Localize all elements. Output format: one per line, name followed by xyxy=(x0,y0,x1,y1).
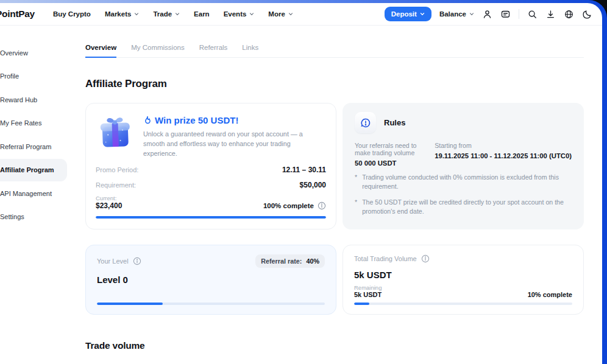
current-label: Current: xyxy=(96,195,122,201)
rules-period-value: 19.11.2025 11:00 - 11.12.2025 11:00 (UTC… xyxy=(435,152,572,159)
volume-progress-bar xyxy=(354,303,572,305)
rules-volume-col: Your referrals need to make trading volu… xyxy=(355,142,419,167)
promo-card: Win prize 50 USDT! Unlock a guaranteed r… xyxy=(85,103,336,229)
requirement-value: $50,000 xyxy=(300,181,326,189)
promo-head-text: Win prize 50 USDT! Unlock a guaranteed r… xyxy=(143,111,326,159)
main-content: Overview My Commissions Referrals Links … xyxy=(85,26,584,364)
current-row: Current: $23,400 100% complete xyxy=(96,195,326,210)
rules-volume-value: 50 000 USDT xyxy=(355,159,419,167)
sidebar-item-affiliate-program[interactable]: Affiliate Program xyxy=(0,159,67,181)
nav-item-trade[interactable]: Trade xyxy=(153,10,180,18)
info-icon[interactable] xyxy=(133,257,141,265)
nav-item-label: Trade xyxy=(153,10,172,18)
tab-overview[interactable]: Overview xyxy=(85,44,116,58)
flame-icon xyxy=(143,116,151,125)
nav-item-buy-crypto[interactable]: Buy Crypto xyxy=(53,10,91,18)
cards-row-1: Win prize 50 USDT! Unlock a guaranteed r… xyxy=(85,103,584,229)
note-text: Trading volume conducted with 0% commiss… xyxy=(362,173,564,192)
total-volume-value: 5k USDT xyxy=(354,270,572,280)
deposit-label: Deposit xyxy=(391,10,417,18)
affiliate-tabs: Overview My Commissions Referrals Links xyxy=(85,44,584,58)
sidebar-item-label: Settings xyxy=(0,213,24,220)
referral-rate-label: Referral rate: xyxy=(261,257,302,265)
app-page: PointPay Buy Crypto Markets Trade Earn E… xyxy=(0,3,602,364)
user-icon[interactable] xyxy=(482,9,492,19)
remaining-label: Remaining xyxy=(354,284,382,291)
sidebar-item-label: Reward Hub xyxy=(0,96,37,103)
sidebar-item-my-fee-rates[interactable]: My Fee Rates xyxy=(0,112,72,135)
account-sidebar: Overview Profile Reward Hub My Fee Rates… xyxy=(0,26,72,229)
promo-progress-bar xyxy=(96,216,326,219)
pointpay-logo[interactable]: PointPay xyxy=(0,9,35,19)
volume-complete-text: 10% complete xyxy=(528,291,572,298)
requirement-label: Requirement: xyxy=(96,181,136,189)
chat-icon[interactable] xyxy=(500,9,511,19)
chevron-down-icon xyxy=(175,12,180,16)
alert-bubble-icon xyxy=(360,117,371,128)
nav-item-label: More xyxy=(268,10,285,18)
rules-icon-box xyxy=(355,112,376,133)
top-navbar: PointPay Buy Crypto Markets Trade Earn E… xyxy=(0,3,602,26)
rules-note: * The 50 USDT prize will be credited dir… xyxy=(355,198,572,217)
sidebar-item-profile[interactable]: Profile xyxy=(0,65,72,88)
your-level-card: Your Level Referral rate: 40% Level 0 xyxy=(85,245,336,315)
total-trading-volume-label: Total Trading Volume xyxy=(354,255,417,262)
rules-note: * Trading volume conducted with 0% commi… xyxy=(355,173,572,192)
promo-period-row: Promo Period: 12.11 – 30.11 xyxy=(96,166,326,174)
rules-period-col: Starting from 19.11.2025 11:00 - 11.12.2… xyxy=(435,142,572,167)
navbar-right: Deposit Balance xyxy=(385,7,592,21)
search-icon[interactable] xyxy=(527,9,538,19)
your-level-label: Your Level xyxy=(97,257,129,265)
sidebar-item-referral-program[interactable]: Referral Program xyxy=(0,135,72,158)
promo-title: Win prize 50 USDT! xyxy=(155,115,238,125)
total-trading-volume-card: Total Trading Volume 5k USDT Remaining 5… xyxy=(343,245,584,315)
current-value: $23,400 xyxy=(96,201,122,210)
note-bullet: * xyxy=(355,198,357,217)
referral-rate-value: 40% xyxy=(306,257,319,265)
nav-item-earn[interactable]: Earn xyxy=(194,10,210,18)
sidebar-item-reward-hub[interactable]: Reward Hub xyxy=(0,88,72,111)
sidebar-item-overview[interactable]: Overview xyxy=(0,41,72,64)
rules-title: Rules xyxy=(384,118,405,127)
nav-item-label: Markets xyxy=(105,10,131,18)
nav-divider xyxy=(519,9,519,19)
sidebar-item-settings[interactable]: Settings xyxy=(0,206,72,228)
nav-item-more[interactable]: More xyxy=(268,10,293,18)
rules-volume-label: Your referrals need to make trading volu… xyxy=(355,142,419,156)
info-icon[interactable] xyxy=(318,201,326,210)
volume-progress-fill xyxy=(354,303,369,305)
promo-complete-text: 100% complete xyxy=(263,202,314,209)
globe-language-icon[interactable] xyxy=(564,9,574,19)
dark-mode-moon-icon[interactable] xyxy=(582,9,592,19)
chevron-down-icon xyxy=(288,12,293,16)
download-app-icon[interactable] xyxy=(545,9,556,19)
sidebar-item-label: Overview xyxy=(0,49,28,57)
info-icon[interactable] xyxy=(421,254,430,263)
chevron-down-icon xyxy=(134,12,139,16)
nav-item-events[interactable]: Events xyxy=(224,10,255,18)
rules-card: Rules Your referrals need to make tradin… xyxy=(343,103,584,229)
nav-item-markets[interactable]: Markets xyxy=(105,10,139,18)
requirement-row: Requirement: $50,000 xyxy=(96,181,326,189)
deposit-button[interactable]: Deposit xyxy=(385,7,431,21)
level-progress-fill xyxy=(97,303,163,305)
level-progress-bar xyxy=(97,303,325,305)
nav-item-label: Buy Crypto xyxy=(53,10,91,18)
remaining-value: 5k USDT xyxy=(354,291,382,298)
nav-item-label: Earn xyxy=(194,10,210,18)
main-nav-links: Buy Crypto Markets Trade Earn Events Mor… xyxy=(53,10,293,18)
nav-item-label: Events xyxy=(224,10,247,18)
chevron-down-icon xyxy=(249,12,254,16)
trade-volume-title: Trade volume xyxy=(85,340,584,351)
balance-menu[interactable]: Balance xyxy=(439,10,474,18)
tab-links[interactable]: Links xyxy=(242,44,258,57)
tab-my-commissions[interactable]: My Commissions xyxy=(131,44,185,57)
promo-period-value: 12.11 – 30.11 xyxy=(282,166,326,174)
balance-label: Balance xyxy=(439,10,466,18)
sidebar-item-label: API Management xyxy=(0,190,52,197)
sidebar-item-label: Affiliate Program xyxy=(0,166,54,173)
sidebar-item-api-management[interactable]: API Management xyxy=(0,182,72,205)
note-text: The 50 USDT prize will be credited direc… xyxy=(362,198,564,217)
tab-referrals[interactable]: Referrals xyxy=(199,44,228,57)
rules-period-label: Starting from xyxy=(435,142,572,149)
